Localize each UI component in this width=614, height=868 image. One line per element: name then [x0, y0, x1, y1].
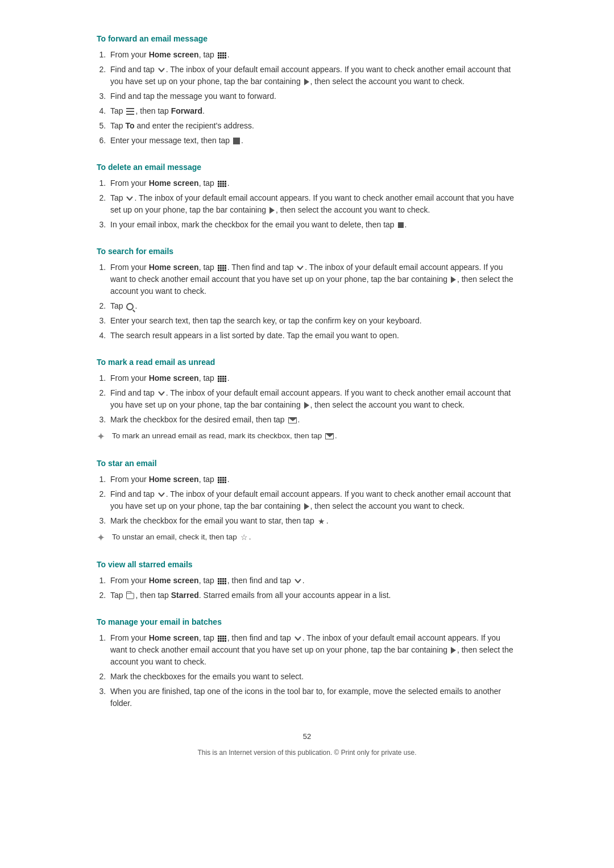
tip-text-star-email: To unstar an email, check it, then tap ☆…	[112, 531, 251, 543]
steps-list-star: From your Home screen, tap . Find and ta…	[108, 474, 517, 527]
step-item: The search result appears in a list sort…	[108, 330, 517, 342]
triangle-icon	[451, 276, 456, 283]
step-item: Find and tap . The inbox of your default…	[108, 64, 517, 88]
step-item: Mark the checkbox for the desired email,…	[108, 414, 517, 426]
page-note: This is an Internet version of this publ…	[97, 749, 517, 757]
envelope-icon	[325, 433, 334, 439]
tip-star-icon: ✦	[97, 531, 105, 544]
grid-icon	[218, 181, 226, 187]
section-title-manage-batches: To manage your email in batches	[97, 617, 517, 626]
star-outline-icon: ☆	[240, 533, 248, 541]
step-item: From your Home screen, tap , then find a…	[108, 575, 517, 587]
star-icon: ★	[318, 517, 325, 525]
tip-mark-unread: ✦ To mark an unread email as read, mark …	[97, 430, 517, 443]
square-icon	[233, 138, 240, 144]
page-content: To forward an email message From your Ho…	[85, 0, 529, 802]
step-item: From your Home screen, tap . Then find a…	[108, 261, 517, 297]
triangle-icon	[304, 503, 309, 510]
section-title-mark-unread: To mark a read email as unread	[97, 358, 517, 367]
step-item: Mark the checkboxes for the emails you w…	[108, 671, 517, 683]
step-item: From your Home screen, tap .	[108, 474, 517, 485]
section-delete-email: To delete an email message From your Hom…	[97, 163, 517, 231]
step-item: Tap , then tap Forward.	[108, 105, 517, 117]
step-item: From your Home screen, tap , then find a…	[108, 632, 517, 668]
section-title-forward: To forward an email message	[97, 34, 517, 43]
steps-list-forward: From your Home screen, tap . Find and ta…	[108, 49, 517, 147]
chevron-icon	[294, 636, 301, 641]
section-title-search: To search for emails	[97, 247, 517, 256]
tip-star-email: ✦ To unstar an email, check it, then tap…	[97, 531, 517, 544]
steps-list-mark-unread: From your Home screen, tap . Find and ta…	[108, 372, 517, 426]
steps-list-delete: From your Home screen, tap . Tap . The i…	[108, 177, 517, 231]
section-search-emails: To search for emails From your Home scre…	[97, 247, 517, 342]
square-icon-small	[398, 222, 404, 228]
page-footer: 52	[97, 732, 517, 741]
chevron-icon	[294, 579, 301, 583]
envelope-icon	[288, 417, 297, 423]
steps-list-view-starred: From your Home screen, tap , then find a…	[108, 575, 517, 601]
section-mark-unread: To mark a read email as unread From your…	[97, 358, 517, 443]
section-title-delete: To delete an email message	[97, 163, 517, 172]
step-item: Find and tap . The inbox of your default…	[108, 488, 517, 512]
grid-icon	[218, 265, 226, 271]
triangle-icon	[304, 402, 309, 409]
grid-icon	[218, 52, 226, 59]
step-item: In your email inbox, mark the checkbox f…	[108, 219, 517, 231]
steps-list-manage-batches: From your Home screen, tap , then find a…	[108, 632, 517, 709]
page-number: 52	[303, 732, 311, 741]
folder-icon	[126, 593, 134, 599]
grid-icon	[218, 477, 226, 483]
step-item: Tap To and enter the recipient's address…	[108, 120, 517, 132]
tip-star-icon: ✦	[97, 430, 105, 443]
chevron-icon	[126, 196, 133, 201]
chevron-icon	[297, 265, 304, 270]
section-manage-batches: To manage your email in batches From you…	[97, 617, 517, 709]
steps-list-search: From your Home screen, tap . Then find a…	[108, 261, 517, 342]
step-item: Find and tap the message you want to for…	[108, 90, 517, 102]
search-icon	[126, 303, 134, 310]
menu-icon	[126, 108, 134, 115]
step-item: Mark the checkbox for the email you want…	[108, 515, 517, 527]
chevron-icon	[158, 391, 165, 396]
section-forward-email: To forward an email message From your Ho…	[97, 34, 517, 147]
step-item: Find and tap . The inbox of your default…	[108, 387, 517, 411]
step-item: Enter your search text, then tap the sea…	[108, 315, 517, 327]
chevron-icon	[158, 68, 165, 72]
step-item: Tap , then tap Starred. Starred emails f…	[108, 589, 517, 601]
section-title-view-starred: To view all starred emails	[97, 560, 517, 569]
tip-text-mark-unread: To mark an unread email as read, mark it…	[112, 430, 337, 442]
section-title-star: To star an email	[97, 459, 517, 468]
triangle-icon	[269, 207, 275, 214]
step-item: From your Home screen, tap .	[108, 372, 517, 384]
step-item: Tap .	[108, 300, 517, 312]
step-item: From your Home screen, tap .	[108, 49, 517, 61]
grid-icon	[218, 578, 226, 584]
section-star-email: To star an email From your Home screen, …	[97, 459, 517, 544]
section-view-starred: To view all starred emails From your Hom…	[97, 560, 517, 601]
step-item: Tap . The inbox of your default email ac…	[108, 192, 517, 216]
step-item: When you are finished, tap one of the ic…	[108, 686, 517, 709]
step-item: Enter your message text, then tap .	[108, 135, 517, 147]
grid-icon	[218, 636, 226, 642]
triangle-icon	[451, 647, 456, 654]
triangle-icon	[304, 78, 309, 85]
chevron-icon	[158, 492, 165, 497]
step-item: From your Home screen, tap .	[108, 177, 517, 189]
grid-icon	[218, 376, 226, 382]
